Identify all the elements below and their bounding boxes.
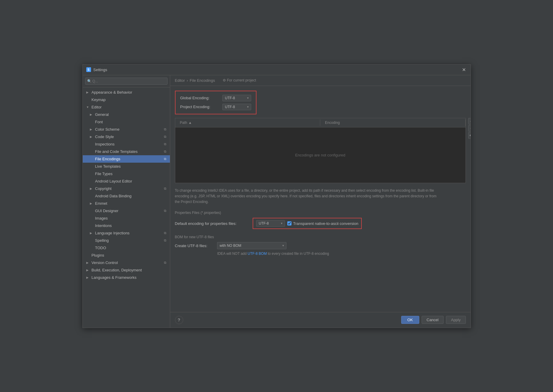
sidebar-item-label: Version Control [92,260,118,265]
arrow-icon: ▶ [90,113,93,116]
sidebar-item-android-layout[interactable]: Android Layout Editor [83,177,170,185]
sidebar-item-label: Android Data Binding [95,194,132,198]
sidebar-item-file-types[interactable]: File Types [83,170,170,177]
sidebar-item-label: Language Injections [95,231,130,235]
sidebar-item-images[interactable]: Images [83,215,170,222]
sidebar-item-code-style[interactable]: ▶ Code Style ⧉ [83,133,170,140]
apply-button[interactable]: Apply [446,316,466,324]
sidebar-item-gui-designer[interactable]: GUI Designer ⧉ [83,207,170,215]
sidebar-item-version-control[interactable]: ▶ Version Control ⧉ [83,259,170,266]
footer: ? OK Cancel Apply [170,312,471,328]
sidebar-item-live-templates[interactable]: Live Templates [83,163,170,170]
search-wrapper: 🔍 [85,78,168,85]
bom-note-pre: IDEA will NOT add [217,252,248,256]
table-body: Encodings are not configured [175,127,466,183]
search-icon: 🔍 [87,79,92,83]
close-button[interactable]: ✕ [461,66,467,73]
copy-icon: ⧉ [164,239,166,242]
sidebar-item-appearance[interactable]: ▶ Appearance & Behavior [83,89,170,96]
copy-icon: ⧉ [164,135,166,139]
sidebar: 🔍 ▶ Appearance & Behavior Keymap ▼ Edito… [83,75,170,328]
sidebar-item-label: Font [95,120,103,124]
sidebar-item-label: Android Layout Editor [95,179,132,183]
encoding-description: To change encoding IntelliJ IDEA uses fo… [175,188,442,205]
sidebar-item-file-code-templates[interactable]: File and Code Templates ⧉ [83,148,170,155]
sidebar-item-copyright[interactable]: ▶ Copyright ⧉ [83,185,170,192]
sidebar-item-label: Code Style [95,135,114,139]
sidebar-item-label: Live Templates [95,164,121,169]
copy-icon: ⧉ [164,209,166,213]
search-input[interactable] [85,78,168,85]
app-icon: S [86,67,91,72]
main-content: Editor › File Encodings ⚙ For current pr… [170,75,471,328]
help-button[interactable]: ? [175,316,183,324]
sidebar-item-label: Appearance & Behavior [92,90,132,95]
sidebar-item-todo[interactable]: TODO [83,244,170,252]
project-encoding-label: Project Encoding: [180,105,219,109]
sidebar-item-font[interactable]: Font [83,118,170,126]
props-encoding-select[interactable]: UTF-8 UTF-16 ISO-8859-1 [256,220,285,227]
sidebar-item-file-encodings[interactable]: File Encodings ⧉ [83,155,170,163]
sidebar-item-inspections[interactable]: Inspections ⧉ [83,140,170,148]
nav-tree: ▶ Appearance & Behavior Keymap ▼ Editor … [83,87,170,328]
sidebar-item-intentions[interactable]: Intentions [83,222,170,229]
settings-window: S Settings ✕ 🔍 ▶ Appearance & Behavior [82,64,471,328]
breadcrumb-current: File Encodings [190,78,215,83]
cancel-button[interactable]: Cancel [422,316,444,324]
transparent-checkbox[interactable] [287,221,291,225]
add-row-button[interactable]: + [468,118,471,124]
sidebar-item-editor[interactable]: ▼ Editor [83,103,170,111]
bom-note-link[interactable]: UTF-8 BOM [248,252,267,256]
sidebar-item-label: Plugins [92,253,104,257]
arrow-icon: ▶ [86,276,90,279]
sidebar-item-label: Images [95,216,108,220]
sidebar-item-emmet[interactable]: ▶ Emmet [83,200,170,207]
bom-section-label: BOM for new UTF-8 files [175,235,466,239]
sidebar-item-spelling[interactable]: Spelling ⧉ [83,237,170,244]
project-encoding-row: Project Encoding: UTF-8 UTF-16 ISO-8859-… [180,104,251,110]
sidebar-item-language-injections[interactable]: ▶ Language Injections ⧉ [83,229,170,237]
sidebar-item-label: File Types [95,172,113,176]
arrow-icon: ▶ [90,187,93,190]
window-title: Settings [93,68,107,72]
remove-row-button[interactable]: − [468,125,471,132]
project-encoding-select[interactable]: UTF-8 UTF-16 ISO-8859-1 [222,104,251,110]
ok-button[interactable]: OK [401,316,419,324]
search-box: 🔍 [83,75,170,87]
sidebar-item-android-data[interactable]: Android Data Binding [83,192,170,200]
title-bar: S Settings ✕ [83,65,471,75]
props-encoding-select-wrapper: UTF-8 UTF-16 ISO-8859-1 [256,220,285,227]
breadcrumb-parent: Editor [175,78,185,83]
copy-icon: ⧉ [164,157,166,161]
transparent-label: Transparent native-to-ascii conversion [293,221,358,226]
global-encoding-select-wrapper: UTF-8 UTF-16 ISO-8859-1 [222,95,251,101]
sidebar-item-label: GUI Designer [95,209,119,213]
properties-section: Properties Files (*.properties) Default … [175,211,466,229]
sidebar-item-color-scheme[interactable]: ▶ Color Scheme ⧉ [83,126,170,133]
sidebar-item-label: Emmet [95,201,107,206]
sidebar-item-label: Color Scheme [95,127,119,132]
sidebar-item-label: Inspections [95,142,115,146]
create-utf8-row: Create UTF-8 files: with NO BOM with BOM… [175,242,466,249]
sidebar-item-label: Editor [92,105,102,109]
sidebar-item-keymap[interactable]: Keymap [83,96,170,103]
empty-message: Encodings are not configured [295,153,345,157]
global-encoding-select[interactable]: UTF-8 UTF-16 ISO-8859-1 [222,95,251,101]
arrow-icon: ▶ [90,128,93,131]
bom-select[interactable]: with NO BOM with BOM with BOM if Windows… [217,242,286,249]
table-side-buttons: + − ✏ [468,118,471,139]
title-bar-left: S Settings [86,67,107,72]
sidebar-item-languages-frameworks[interactable]: ▶ Languages & Frameworks [83,274,170,281]
copy-icon: ⧉ [164,142,166,146]
sidebar-item-general[interactable]: ▶ General [83,111,170,118]
edit-row-button[interactable]: ✏ [468,132,471,139]
arrow-icon: ▶ [90,231,93,235]
breadcrumb: Editor › File Encodings ⚙ For current pr… [170,75,471,86]
create-utf8-label: Create UTF-8 files: [175,244,213,248]
footer-right: OK Cancel Apply [401,316,466,324]
path-column-header: Path ▲ [175,119,321,126]
bom-select-wrapper: with NO BOM with BOM with BOM if Windows… [217,242,286,249]
table-header: Path ▲ Encoding [175,118,466,127]
sidebar-item-build-execution[interactable]: ▶ Build, Execution, Deployment [83,266,170,274]
sidebar-item-plugins[interactable]: Plugins [83,252,170,259]
